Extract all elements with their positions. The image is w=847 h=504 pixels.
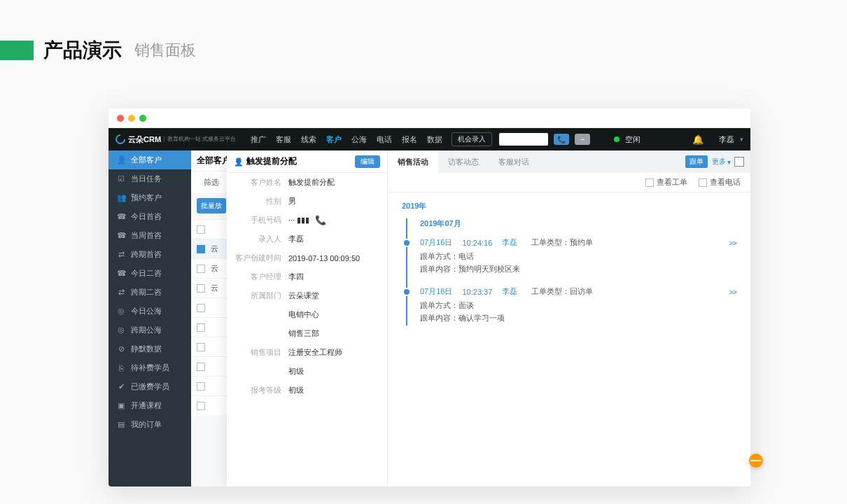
brand-tagline: 教育机构一站 式服务云平台 — [164, 136, 236, 142]
row-checkbox[interactable] — [197, 304, 205, 312]
detail-field: 电销中心 — [227, 305, 387, 324]
nav-item-线索[interactable]: 线索 — [296, 134, 321, 145]
sidebar-item-label: 我的订单 — [131, 419, 162, 430]
chevron-down-icon: ▾ — [727, 158, 731, 166]
sidebar-item-开通课程[interactable]: ▣开通课程 — [108, 396, 191, 415]
phone-icon[interactable]: 📞 — [315, 215, 326, 225]
sidebar-icon: ✔ — [117, 382, 125, 391]
detail-field: 销售项目注册安全工程师 — [227, 343, 387, 362]
sidebar-item-全部客户[interactable]: 👤全部客户 — [108, 150, 191, 169]
sidebar-icon: ☎ — [117, 231, 125, 240]
more-button[interactable]: 更多▾ — [712, 157, 731, 167]
detail-field: 客户姓名触发提前分配 — [227, 173, 387, 192]
phone-hangup-icon[interactable]: ⌢ — [575, 134, 590, 145]
field-value: 2019-07-13 00:09:50 — [288, 254, 360, 262]
sidebar-item-当日任务[interactable]: ☑当日任务 — [108, 169, 191, 188]
row-checkbox[interactable] — [197, 323, 205, 332]
sidebar-item-静默数据[interactable]: ⊘静默数据 — [108, 340, 191, 358]
detail-field: 客户经理李四 — [227, 267, 387, 286]
field-value: 初级 — [288, 385, 304, 396]
sidebar-icon: ◎ — [117, 307, 125, 316]
row-checkbox[interactable] — [197, 363, 205, 371]
row-label: 云 — [211, 283, 218, 293]
nav-item-公海[interactable]: 公海 — [346, 134, 372, 145]
bell-icon[interactable]: 🔔 — [692, 134, 704, 145]
nav-item-报名[interactable]: 报名 — [397, 134, 422, 145]
field-value: 初级 — [288, 366, 304, 377]
phone-call-icon[interactable]: 📞 — [554, 134, 569, 145]
tab-访客动态[interactable]: 访客动态 — [438, 150, 489, 173]
row-checkbox[interactable] — [197, 245, 205, 253]
sidebar-icon: ▣ — [117, 401, 125, 410]
sidebar-item-今日首咨[interactable]: ☎今日首咨 — [108, 207, 191, 226]
brand-name: 云朵CRM — [128, 134, 161, 145]
activity-panel: 销售活动访客动态客服对话 跟单 更多▾ 查看工单 查看电话 2019年 — [388, 150, 750, 486]
sidebar-item-待补费学员[interactable]: ⎘待补费学员 — [108, 358, 191, 377]
detail-title: 触发提前分配 — [246, 155, 297, 167]
nav-items: 推广客服线索客户公海电话报名数据 — [246, 134, 447, 145]
nav-item-客服[interactable]: 客服 — [271, 134, 296, 145]
sidebar-item-今日二咨[interactable]: ☎今日二咨 — [108, 264, 191, 283]
sidebar-icon: ⎘ — [117, 364, 125, 372]
sidebar-item-跨期首咨[interactable]: ⇄跨期首咨 — [108, 245, 191, 264]
row-checkbox[interactable] — [197, 343, 205, 351]
nav-item-电话[interactable]: 电话 — [372, 134, 397, 145]
sidebar-item-label: 开通课程 — [131, 400, 162, 411]
entry-date: 07月16日 — [420, 286, 452, 297]
field-label: 客户经理 — [234, 272, 281, 282]
expand-icon[interactable]: >> — [729, 288, 736, 296]
sidebar-item-label: 今日首咨 — [131, 211, 162, 222]
help-bubble[interactable]: — — [749, 454, 763, 468]
status-text[interactable]: 空闲 — [625, 134, 640, 145]
tab-销售活动[interactable]: 销售活动 — [388, 150, 438, 173]
popout-icon[interactable] — [735, 158, 743, 166]
row-checkbox[interactable] — [197, 225, 205, 234]
sidebar-item-我的订单[interactable]: ▤我的订单 — [108, 415, 191, 434]
sidebar-item-跨期二咨[interactable]: ⇄跨期二咨 — [108, 283, 191, 302]
chevron-down-icon[interactable]: ▾ — [740, 136, 743, 143]
expand-icon[interactable]: >> — [729, 239, 736, 247]
row-checkbox[interactable] — [197, 265, 205, 273]
row-checkbox[interactable] — [197, 402, 205, 410]
maximize-window-icon[interactable] — [139, 115, 146, 122]
accent-block — [0, 41, 34, 60]
sidebar-item-已缴费学员[interactable]: ✔已缴费学员 — [108, 377, 191, 396]
entry-type: 工单类型：回访单 — [531, 286, 593, 297]
edit-button[interactable]: 编辑 — [355, 155, 380, 168]
nav-item-推广[interactable]: 推广 — [246, 134, 271, 145]
tab-客服对话[interactable]: 客服对话 — [489, 150, 539, 173]
view-phone-checkbox[interactable]: 查看电话 — [699, 177, 741, 188]
view-ticket-checkbox[interactable]: 查看工单 — [645, 177, 687, 188]
close-window-icon[interactable] — [117, 115, 124, 122]
detail-field: 录入人李磊 — [227, 230, 387, 248]
minimize-window-icon[interactable] — [128, 115, 135, 122]
sidebar-item-今日公海[interactable]: ◎今日公海 — [108, 302, 191, 321]
field-value: 触发提前分配 — [288, 177, 335, 188]
entry-time: 10:23:37 — [462, 288, 492, 296]
page-heading: 产品演示 销售面板 — [0, 36, 196, 64]
brand-logo[interactable]: 云朵CRM 教育机构一站 式服务云平台 — [115, 134, 236, 145]
row-checkbox[interactable] — [197, 284, 205, 293]
app-body: 👤全部客户☑当日任务👥预约客户☎今日首咨☎当周首咨⇄跨期首咨☎今日二咨⇄跨期二咨… — [108, 150, 750, 486]
field-value: 李四 — [288, 272, 304, 282]
sidebar-item-label: 今日二咨 — [131, 268, 162, 279]
follow-tag[interactable]: 跟单 — [685, 155, 708, 168]
sidebar-item-label: 跨期二咨 — [131, 287, 162, 298]
sidebar-item-跨期公海[interactable]: ◎跨期公海 — [108, 321, 191, 340]
sidebar-icon: ☑ — [117, 174, 125, 183]
opportunity-entry-button[interactable]: 机会录入 — [451, 132, 492, 146]
nav-item-客户[interactable]: 客户 — [321, 134, 346, 145]
entry-user: 李磊 — [502, 237, 517, 248]
sidebar-icon: ⇄ — [117, 288, 125, 297]
sidebar-item-预约客户[interactable]: 👥预约客户 — [108, 188, 191, 207]
field-label: 客户姓名 — [234, 177, 281, 188]
field-value: 李磊 — [288, 234, 304, 244]
search-input[interactable] — [499, 133, 548, 146]
row-checkbox[interactable] — [197, 382, 205, 391]
current-user[interactable]: 李磊 — [719, 134, 734, 145]
detail-field: 所属部门云朵课堂 — [227, 286, 387, 305]
sidebar-item-当周首咨[interactable]: ☎当周首咨 — [108, 226, 191, 245]
nav-item-数据[interactable]: 数据 — [422, 134, 447, 145]
sidebar-icon: 👥 — [117, 193, 125, 202]
batch-release-button[interactable]: 批量放 — [197, 198, 226, 214]
